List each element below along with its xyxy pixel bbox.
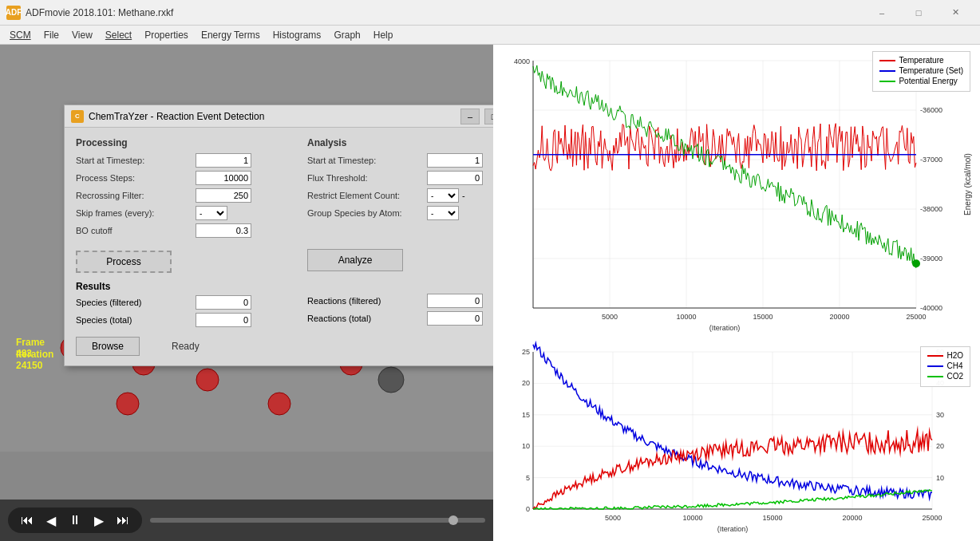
play-controls: ⏮ ◀ ⏸ ▶ ⏭ [8, 507, 142, 533]
prev-button[interactable]: ◀ [41, 511, 61, 530]
seek-thumb [449, 515, 458, 525]
reactions-filtered-label: Reactions (filtered) [307, 296, 427, 306]
menu-energy-terms[interactable]: Energy Terms [195, 28, 267, 42]
skip-back-button[interactable]: ⏮ [18, 511, 37, 530]
right-panel: Temperature Temperature (Set) Potential … [493, 45, 980, 541]
menu-help[interactable]: Help [367, 28, 400, 42]
start-timestep-proc-row: Start at Timestep: [76, 153, 291, 168]
species-filtered-label: Species (filtered) [76, 298, 196, 307]
app-icon: ADF [6, 6, 21, 20]
dialog-maximize-button[interactable]: □ [484, 109, 493, 124]
svg-point-17 [117, 393, 139, 415]
skip-frames-label: Skip frames (every): [76, 208, 196, 218]
species-filtered-value: 0 [196, 295, 251, 310]
process-steps-input[interactable] [196, 171, 251, 185]
bo-cutoff-label: BO cutoff [76, 226, 196, 235]
menu-view[interactable]: View [65, 28, 99, 42]
svg-point-11 [196, 369, 219, 391]
maximize-button[interactable]: □ [900, 0, 937, 26]
skip-frames-select[interactable]: - [196, 206, 227, 220]
legend-ch4: CH4 [927, 361, 963, 370]
dialog-columns: Processing Start at Timestep: Process St… [76, 137, 493, 273]
species-total-row: Species (total) 0 [76, 313, 291, 327]
process-steps-label: Process Steps: [76, 173, 196, 183]
dialog-body: Processing Start at Timestep: Process St… [65, 128, 493, 365]
main-content: Frame 483 Iteration 24150 ⏮ ◀ ⏸ ▶ ⏭ C Ch… [0, 45, 980, 541]
chemtrayzer-dialog: C ChemTraYzer - Reaction Event Detection… [64, 105, 493, 366]
analysis-header: Analysis [307, 137, 493, 148]
browse-button[interactable]: Browse [76, 337, 140, 356]
minimize-button[interactable]: – [863, 0, 900, 26]
reactions-total-label: Reactions (total) [307, 314, 427, 323]
start-timestep-anal-input[interactable] [427, 153, 483, 168]
menu-scm[interactable]: SCM [3, 28, 38, 42]
menu-histograms[interactable]: Histograms [267, 28, 328, 42]
process-steps-row: Process Steps: [76, 171, 291, 185]
seek-bar[interactable] [150, 518, 485, 523]
menu-select[interactable]: Select [99, 28, 138, 42]
reactions-filtered-row: Reactions (filtered) 0 [307, 294, 493, 308]
menu-file[interactable]: File [38, 28, 65, 42]
iteration-label: Iteration 24150 [16, 349, 53, 371]
start-timestep-proc-label: Start at Timestep: [76, 156, 196, 165]
legend-h2o: H2O [927, 351, 963, 360]
skip-frames-row: Skip frames (every): - [76, 206, 291, 220]
flux-threshold-label: Flux Threshold: [307, 173, 427, 183]
species-total-label: Species (total) [76, 315, 196, 325]
group-species-select[interactable]: - [427, 206, 459, 220]
svg-point-15 [268, 393, 290, 415]
window-controls: – □ ✕ [863, 0, 974, 26]
dialog-icon: C [71, 110, 84, 123]
menu-bar: SCM File View Select Properties Energy T… [0, 26, 980, 45]
dialog-minimize-button[interactable]: – [460, 109, 480, 124]
start-timestep-anal-row: Start at Timestep: [307, 153, 493, 168]
recrossing-filter-row: Recrossing Filter: [76, 188, 291, 203]
results-header: Results [76, 281, 291, 292]
menu-graph[interactable]: Graph [327, 28, 366, 42]
dialog-results: Results Species (filtered) 0 Species (to… [76, 281, 493, 356]
legend-temperature-set: Temperature (Set) [879, 66, 963, 75]
reactions-total-value: 0 [427, 311, 483, 326]
results-right-column: Reactions (filtered) 0 Reactions (total)… [307, 281, 493, 330]
reactions-total-row: Reactions (total) 0 [307, 311, 493, 326]
energy-chart-legend: Temperature Temperature (Set) Potential … [872, 51, 970, 92]
flux-threshold-input[interactable] [427, 171, 483, 185]
dialog-title: ChemTraYzer - Reaction Event Detection [89, 111, 456, 122]
menu-properties[interactable]: Properties [138, 28, 195, 42]
species-chart-legend: H2O CH4 CO2 [920, 346, 970, 387]
pause-button[interactable]: ⏸ [65, 511, 85, 530]
restrict-element-row: Restrict Element Count: - - [307, 188, 493, 203]
group-species-label: Group Species by Atom: [307, 208, 427, 218]
svg-point-22 [378, 367, 404, 393]
recrossing-filter-input[interactable] [196, 188, 251, 203]
restrict-element-label: Restrict Element Count: [307, 191, 427, 200]
group-species-row: Group Species by Atom: - [307, 206, 493, 220]
legend-co2: CO2 [927, 372, 963, 381]
app-title: ADFmovie 2018.101: Methane.rxkf [26, 7, 863, 18]
start-timestep-proc-input[interactable] [196, 153, 251, 168]
species-filtered-row: Species (filtered) 0 [76, 295, 291, 310]
reactions-filtered-value: 0 [427, 294, 483, 308]
close-button[interactable]: ✕ [937, 0, 974, 26]
skip-fwd-button[interactable]: ⏭ [113, 511, 132, 530]
species-total-value: 0 [196, 313, 251, 327]
start-timestep-anal-label: Start at Timestep: [307, 156, 427, 165]
process-button[interactable]: Process [76, 251, 172, 273]
recrossing-filter-label: Recrossing Filter: [76, 191, 196, 200]
processing-column: Processing Start at Timestep: Process St… [76, 137, 291, 273]
species-chart: H2O CH4 CO2 [493, 340, 980, 541]
energy-chart: Temperature Temperature (Set) Potential … [493, 45, 980, 340]
flux-threshold-row: Flux Threshold: [307, 171, 493, 185]
legend-temperature: Temperature [879, 56, 963, 65]
status-label: Ready [172, 341, 200, 352]
analysis-column: Analysis Start at Timestep: Flux Thresho… [307, 137, 493, 273]
left-panel: Frame 483 Iteration 24150 ⏮ ◀ ⏸ ▶ ⏭ C Ch… [0, 45, 493, 541]
analyze-button[interactable]: Analyze [307, 249, 403, 271]
bo-cutoff-input[interactable] [196, 223, 251, 238]
legend-potential-energy: Potential Energy [879, 77, 963, 85]
next-button[interactable]: ▶ [89, 511, 109, 530]
restrict-element-select[interactable]: - [427, 188, 459, 203]
dialog-titlebar: C ChemTraYzer - Reaction Event Detection… [65, 105, 493, 128]
results-left-column: Results Species (filtered) 0 Species (to… [76, 281, 291, 330]
browse-area: Browse Ready [76, 337, 493, 356]
